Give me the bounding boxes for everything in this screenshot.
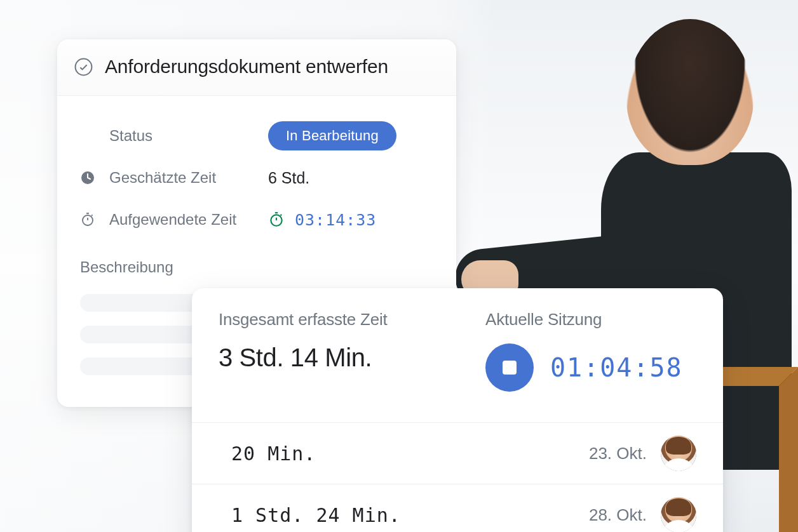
clock-icon [80, 170, 95, 185]
avatar [661, 436, 696, 471]
task-header: Anforderungsdokument entwerfen [57, 39, 456, 96]
status-label: Status [109, 127, 268, 145]
stop-icon [503, 361, 517, 375]
status-row: Status In Bearbeitung [80, 117, 433, 154]
svg-point-0 [76, 58, 92, 75]
time-entry-duration: 20 Min. [231, 442, 316, 465]
spent-time-value: 03:14:33 [295, 211, 376, 229]
stopwatch-running-icon [268, 211, 285, 228]
time-entry-row[interactable]: 20 Min. 23. Okt. [192, 423, 723, 484]
spent-time-label: Aufgewendete Zeit [109, 211, 268, 229]
time-entry-duration: 1 Std. 24 Min. [231, 504, 401, 526]
avatar [661, 497, 696, 532]
total-tracked-value: 3 Std. 14 Min. [219, 343, 460, 371]
status-badge[interactable]: In Bearbeitung [268, 121, 396, 150]
time-entry-date: 28. Okt. [589, 505, 647, 525]
estimated-time-value: 6 Std. [268, 169, 309, 187]
check-circle-icon[interactable] [74, 57, 93, 77]
estimated-time-label: Geschätzte Zeit [109, 169, 268, 187]
current-session-label: Aktuelle Sitzung [485, 310, 683, 329]
estimated-time-row: Geschätzte Zeit 6 Std. [80, 159, 433, 196]
task-title: Anforderungsdokument entwerfen [105, 56, 388, 77]
description-label: Beschreibung [80, 258, 433, 276]
total-tracked-label: Insgesamt erfasste Zeit [219, 310, 460, 329]
stopwatch-icon [80, 212, 95, 227]
time-tracking-card: Insgesamt erfasste Zeit 3 Std. 14 Min. A… [192, 288, 723, 532]
stop-timer-button[interactable] [485, 343, 534, 392]
current-session-value: 01:04:58 [550, 353, 683, 382]
spent-time-row: Aufgewendete Zeit 03:14:33 [80, 201, 433, 238]
time-entry-date: 23. Okt. [589, 444, 647, 463]
time-entry-row[interactable]: 1 Std. 24 Min. 28. Okt. [192, 484, 723, 532]
